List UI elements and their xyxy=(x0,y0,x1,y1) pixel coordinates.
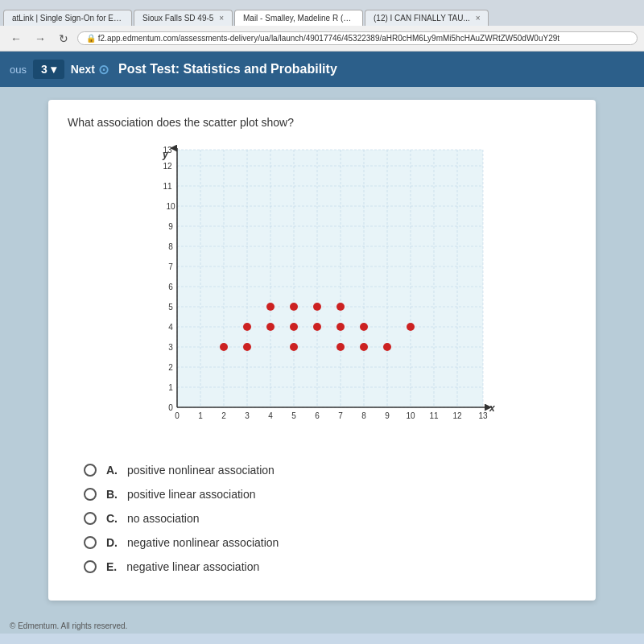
svg-text:12: 12 xyxy=(452,411,462,420)
choice-D[interactable]: D. negative nonlinear association xyxy=(84,536,576,549)
choice-C[interactable]: C. no association xyxy=(84,512,576,525)
svg-point-77 xyxy=(407,323,415,331)
tab-2[interactable]: Sioux Falls SD 49-5 × xyxy=(134,10,233,26)
radio-C[interactable] xyxy=(84,512,97,525)
browser-tabs: atLink | Single Sign-On for Ed × Sioux F… xyxy=(0,0,644,26)
svg-point-73 xyxy=(336,343,345,351)
svg-text:2: 2 xyxy=(221,411,226,420)
radio-E[interactable] xyxy=(84,560,97,573)
svg-point-72 xyxy=(336,303,345,311)
nav-controls: ous 3 ▾ Next ⊙ xyxy=(10,60,109,79)
svg-text:1: 1 xyxy=(168,383,173,392)
previous-label: ous xyxy=(10,64,27,76)
svg-text:9: 9 xyxy=(385,411,390,420)
svg-text:9: 9 xyxy=(168,222,173,231)
svg-text:8: 8 xyxy=(168,242,173,251)
choice-B[interactable]: B. positive linear association xyxy=(84,488,576,501)
forward-button[interactable]: → xyxy=(31,31,50,47)
svg-text:4: 4 xyxy=(268,411,273,420)
svg-text:11: 11 xyxy=(429,411,439,420)
answer-choices: A. positive nonlinear association B. pos… xyxy=(68,464,576,573)
svg-text:1: 1 xyxy=(198,411,203,420)
choice-A[interactable]: A. positive nonlinear association xyxy=(84,464,576,477)
svg-point-69 xyxy=(313,323,321,331)
radio-B[interactable] xyxy=(84,488,97,501)
svg-text:2: 2 xyxy=(168,363,173,372)
svg-text:y: y xyxy=(162,149,169,160)
tab-3[interactable]: Mail - Smalley, Madeline R (S-Sio... × xyxy=(234,10,363,26)
url-bar[interactable]: 🔒 f2.app.edmentum.com/assessments-delive… xyxy=(77,31,638,45)
tab-4[interactable]: (12) I CAN FINALLY TAU... × xyxy=(365,10,489,26)
svg-text:13: 13 xyxy=(478,411,488,420)
svg-point-62 xyxy=(243,343,251,351)
svg-point-71 xyxy=(336,323,345,331)
svg-point-67 xyxy=(290,323,298,331)
svg-text:10: 10 xyxy=(166,202,175,211)
question-number[interactable]: 3 ▾ xyxy=(33,60,64,79)
svg-point-68 xyxy=(290,303,298,311)
svg-point-61 xyxy=(220,343,228,351)
svg-text:6: 6 xyxy=(315,411,320,420)
svg-point-74 xyxy=(360,343,368,351)
radio-D[interactable] xyxy=(84,536,97,549)
svg-text:3: 3 xyxy=(168,343,173,352)
svg-text:5: 5 xyxy=(168,303,173,312)
svg-text:3: 3 xyxy=(245,411,250,420)
svg-text:0: 0 xyxy=(175,411,180,420)
svg-point-63 xyxy=(243,323,251,331)
app-header: ous 3 ▾ Next ⊙ Post Test: Statistics and… xyxy=(0,52,644,87)
browser-bar: ← → ↻ 🔒 f2.app.edmentum.com/assessments-… xyxy=(0,26,644,52)
svg-rect-0 xyxy=(177,150,483,407)
svg-point-70 xyxy=(313,303,321,311)
svg-text:0: 0 xyxy=(168,403,173,412)
svg-text:4: 4 xyxy=(168,323,173,332)
question-text: What association does the scatter plot s… xyxy=(68,116,576,129)
svg-text:10: 10 xyxy=(406,411,415,420)
next-icon: ⊙ xyxy=(98,62,109,77)
back-button[interactable]: ← xyxy=(6,31,26,47)
svg-text:8: 8 xyxy=(361,411,366,420)
svg-text:x: x xyxy=(489,402,496,414)
lock-icon: 🔒 xyxy=(86,34,98,43)
question-card: What association does the scatter plot s… xyxy=(48,100,596,601)
svg-text:6: 6 xyxy=(168,283,173,291)
svg-point-75 xyxy=(360,323,368,331)
chart-container: 0 1 2 3 4 5 6 7 8 9 10 11 12 13 y 0 1 2 xyxy=(68,142,576,448)
svg-text:5: 5 xyxy=(291,411,296,420)
svg-text:7: 7 xyxy=(168,262,173,271)
svg-text:11: 11 xyxy=(163,182,172,191)
scatter-plot: 0 1 2 3 4 5 6 7 8 9 10 11 12 13 y 0 1 2 xyxy=(145,142,499,448)
svg-point-65 xyxy=(266,303,275,311)
page-title: Post Test: Statistics and Probability xyxy=(118,62,634,76)
svg-point-64 xyxy=(266,323,275,331)
footer: © Edmentum. All rights reserved. xyxy=(0,618,644,634)
main-content: What association does the scatter plot s… xyxy=(0,87,644,618)
svg-point-76 xyxy=(383,343,391,351)
svg-text:12: 12 xyxy=(163,162,172,171)
radio-A[interactable] xyxy=(84,464,97,477)
tab-1[interactable]: atLink | Single Sign-On for Ed × xyxy=(3,10,132,26)
next-button[interactable]: Next ⊙ xyxy=(71,62,109,77)
choice-E[interactable]: E. negative linear association xyxy=(84,560,576,573)
refresh-button[interactable]: ↻ xyxy=(55,31,72,47)
svg-point-66 xyxy=(290,343,298,351)
svg-text:7: 7 xyxy=(338,411,343,420)
